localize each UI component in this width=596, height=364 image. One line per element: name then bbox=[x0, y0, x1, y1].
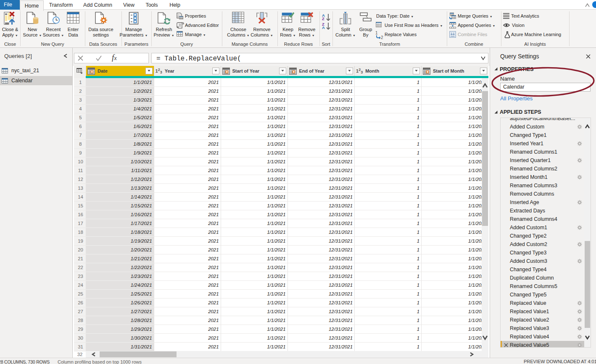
svg-text:1: 1 bbox=[375, 31, 378, 35]
svg-text:2: 2 bbox=[381, 35, 383, 39]
